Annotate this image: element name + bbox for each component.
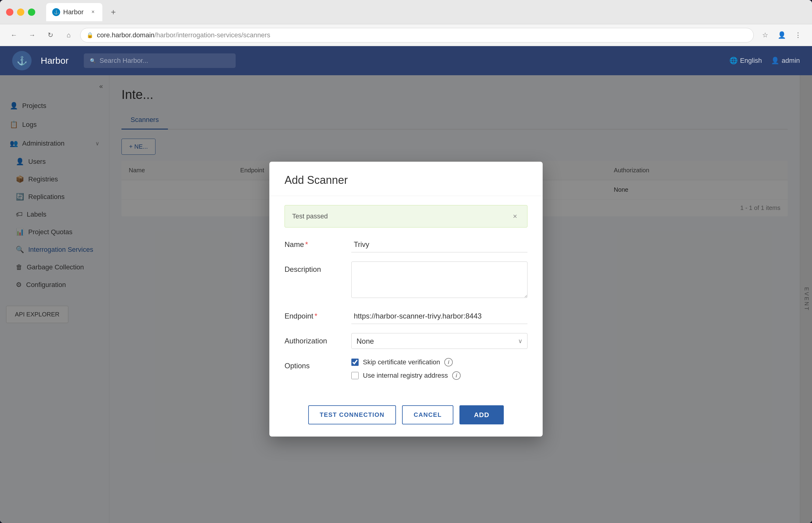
browser-tab[interactable]: ⚓ Harbor ×: [46, 3, 102, 21]
internal-registry-row: Use internal registry address i: [351, 371, 528, 380]
toolbar-actions: ☆ 👤 ⋮: [759, 29, 805, 42]
modal-header: Add Scanner: [269, 162, 543, 196]
authorization-label: Authorization: [284, 333, 345, 345]
options-group: Skip certificate verification i Use inte…: [351, 358, 528, 380]
new-tab-button[interactable]: +: [107, 6, 119, 18]
add-button[interactable]: ADD: [460, 405, 504, 425]
description-control: [351, 262, 528, 299]
refresh-button[interactable]: ↻: [44, 29, 57, 42]
address-text: core.harbor.domain/harbor/interrogation-…: [97, 31, 270, 39]
maximize-traffic-light[interactable]: [28, 8, 35, 16]
search-bar[interactable]: 🔍 Search Harbor...: [84, 53, 236, 68]
tab-favicon: ⚓: [52, 8, 60, 16]
endpoint-control: [351, 308, 528, 324]
add-scanner-modal: Add Scanner Test passed × Name*: [269, 162, 543, 436]
search-placeholder: Search Harbor...: [100, 57, 148, 65]
globe-icon: 🌐: [729, 57, 738, 65]
skip-cert-row: Skip certificate verification i: [351, 358, 528, 366]
modal-footer: TEST CONNECTION CANCEL ADD: [269, 398, 543, 436]
modal-body: Test passed × Name*: [269, 196, 543, 398]
description-label: Description: [284, 262, 345, 274]
options-label: Options: [284, 358, 345, 370]
modal-title: Add Scanner: [284, 174, 528, 186]
authorization-control: None Basic Bearer ∨: [351, 333, 528, 349]
description-field-row: Description: [284, 262, 528, 299]
endpoint-label: Endpoint*: [284, 308, 345, 320]
user-menu[interactable]: 👤 admin: [771, 57, 800, 65]
search-icon: 🔍: [90, 58, 96, 64]
name-control: [351, 237, 528, 252]
name-input[interactable]: [351, 237, 528, 252]
options-field-row: Options Skip certificate verification i: [284, 358, 528, 380]
success-banner-close-button[interactable]: ×: [510, 212, 520, 221]
cancel-button[interactable]: CANCEL: [402, 405, 453, 425]
internal-registry-label: Use internal registry address: [363, 372, 448, 379]
name-field-row: Name*: [284, 237, 528, 252]
browser-toolbar: ← → ↻ ⌂ 🔒 core.harbor.domain/harbor/inte…: [0, 24, 812, 46]
skip-cert-info-icon[interactable]: i: [444, 358, 453, 366]
address-bar[interactable]: 🔒 core.harbor.domain/harbor/interrogatio…: [80, 28, 754, 42]
success-message: Test passed: [292, 212, 328, 220]
skip-cert-checkbox[interactable]: [351, 359, 359, 366]
bookmark-button[interactable]: ☆: [759, 29, 772, 42]
options-control: Skip certificate verification i Use inte…: [351, 358, 528, 380]
tab-title: Harbor: [63, 8, 84, 16]
browser-window: ⚓ Harbor × + ← → ↻ ⌂ 🔒 core.harbor.domai…: [0, 0, 812, 523]
app-content: ⚓ Harbor 🔍 Search Harbor... 🌐 English 👤 …: [0, 46, 812, 523]
app-title: Harbor: [41, 55, 69, 66]
authorization-select[interactable]: None Basic Bearer: [351, 333, 528, 349]
language-selector[interactable]: 🌐 English: [729, 57, 762, 65]
app-logo: ⚓: [12, 51, 32, 70]
app-header: ⚓ Harbor 🔍 Search Harbor... 🌐 English 👤 …: [0, 46, 812, 75]
endpoint-field-row: Endpoint*: [284, 308, 528, 324]
profile-button[interactable]: 👤: [775, 29, 788, 42]
traffic-lights: [6, 8, 35, 16]
lock-icon: 🔒: [87, 32, 93, 38]
internal-registry-info-icon[interactable]: i: [452, 371, 461, 380]
close-traffic-light[interactable]: [6, 8, 13, 16]
description-textarea[interactable]: [351, 262, 528, 298]
endpoint-input[interactable]: [351, 308, 528, 324]
browser-titlebar: ⚓ Harbor × +: [0, 0, 812, 24]
authorization-field-row: Authorization None Basic Bearer ∨: [284, 333, 528, 349]
back-button[interactable]: ←: [7, 29, 21, 42]
success-banner: Test passed ×: [284, 205, 528, 228]
skip-cert-label: Skip certificate verification: [363, 358, 440, 366]
user-icon: 👤: [771, 57, 779, 65]
more-button[interactable]: ⋮: [791, 29, 805, 42]
tab-close-button[interactable]: ×: [90, 9, 96, 16]
modal-overlay[interactable]: Add Scanner Test passed × Name*: [0, 75, 812, 523]
internal-registry-checkbox[interactable]: [351, 372, 359, 379]
authorization-select-wrapper: None Basic Bearer ∨: [351, 333, 528, 349]
minimize-traffic-light[interactable]: [17, 8, 24, 16]
main-layout: « 👤 Projects 📋 Logs 👥 Administration ∨: [0, 75, 812, 523]
header-right: 🌐 English 👤 admin: [729, 57, 800, 65]
test-connection-button[interactable]: TEST CONNECTION: [308, 405, 396, 425]
name-label: Name*: [284, 237, 345, 249]
forward-button[interactable]: →: [25, 29, 39, 42]
home-button[interactable]: ⌂: [62, 29, 75, 42]
